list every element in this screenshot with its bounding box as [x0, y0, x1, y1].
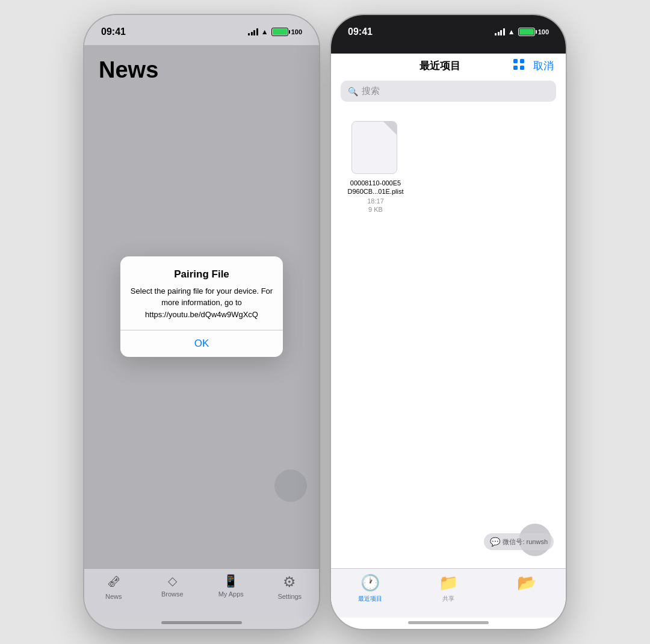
share-tab-icon: 📁	[439, 574, 458, 592]
grid-icon[interactable]	[513, 58, 525, 73]
recent-tab-icon: 🕐	[361, 574, 380, 592]
right-tab-browse[interactable]: 📂	[488, 574, 566, 595]
battery-label: 100	[291, 28, 302, 36]
file-icon-shape	[351, 121, 397, 174]
watermark: 💬 微信号: runwsh	[484, 533, 554, 550]
tab-news[interactable]: 🗞 News	[84, 574, 143, 600]
tab-settings[interactable]: ⚙ Settings	[261, 574, 320, 600]
signal-icon	[248, 28, 258, 36]
left-status-icons: ▲ 100	[248, 28, 302, 36]
share-tab-label: 共享	[442, 595, 454, 603]
settings-tab-icon: ⚙	[283, 574, 296, 590]
browse-tab-icon: ◇	[168, 574, 177, 588]
file-icon-container	[351, 121, 400, 175]
right-battery-icon	[518, 28, 535, 36]
left-time: 09:41	[101, 26, 126, 37]
file-list: 00008110-000E5D960CB...01E.plist 18:17 9…	[331, 111, 566, 223]
right-nav: 最近项目 取消	[331, 54, 566, 81]
search-icon: 🔍	[348, 87, 358, 96]
right-tab-recent[interactable]: 🕐 最近项目	[331, 574, 409, 603]
search-placeholder: 搜索	[362, 85, 380, 97]
right-tab-share[interactable]: 📁 共享	[409, 574, 488, 603]
svg-rect-3	[520, 66, 524, 70]
right-status-icons: ▲ 100	[495, 28, 549, 36]
dialog-box: Pairing File Select the pairing file for…	[120, 256, 283, 358]
my-apps-tab-label: My Apps	[218, 590, 244, 598]
left-content-area: News Pairing File Select the pairing fil…	[84, 45, 319, 568]
tab-browse[interactable]: ◇ Browse	[143, 574, 202, 598]
file-corner	[383, 122, 397, 135]
search-bar[interactable]: 🔍 搜索	[341, 81, 556, 102]
cancel-button[interactable]: 取消	[533, 59, 554, 73]
dialog-message: Select the pairing file for your device.…	[130, 285, 273, 321]
right-signal-icon	[495, 28, 505, 36]
news-tab-icon: 🗞	[107, 574, 121, 590]
right-home-indicator	[408, 621, 489, 624]
right-time: 09:41	[348, 26, 373, 37]
svg-rect-2	[513, 66, 518, 70]
wechat-icon: 💬	[490, 537, 500, 546]
file-size: 9 KB	[368, 206, 383, 213]
file-time: 18:17	[367, 197, 384, 205]
tab-my-apps[interactable]: 📱 My Apps	[202, 574, 261, 598]
svg-rect-1	[520, 59, 524, 63]
right-status-bar: 09:41 ▲ 100	[331, 15, 566, 45]
left-status-bar: 09:41 ▲ 100	[84, 15, 319, 45]
left-phone: 09:41 ▲ 100 News	[84, 15, 319, 629]
right-tab-bar: 🕐 最近项目 📁 共享 📂	[331, 568, 566, 618]
wifi-icon: ▲	[261, 28, 268, 36]
settings-tab-label: Settings	[277, 593, 302, 600]
file-name: 00008110-000E5D960CB...01E.plist	[348, 179, 404, 196]
watermark-text: 微信号: runwsh	[503, 537, 548, 546]
dialog-ok-button[interactable]: OK	[130, 330, 273, 357]
left-home-indicator	[161, 621, 242, 624]
my-apps-tab-icon: 📱	[223, 574, 238, 588]
browse-tab-label: Browse	[161, 590, 184, 598]
files-area: 00008110-000E5D960CB...01E.plist 18:17 9…	[331, 111, 566, 568]
right-battery-label: 100	[538, 28, 549, 36]
browse-icon: 📂	[517, 574, 536, 592]
right-phone: 09:41 ▲ 100 最近项	[331, 15, 566, 629]
news-tab-label: News	[105, 593, 122, 600]
right-wifi-icon: ▲	[508, 28, 515, 36]
floating-button[interactable]	[274, 469, 307, 502]
battery-icon	[271, 28, 288, 36]
svg-rect-0	[513, 59, 518, 63]
nav-title: 最近项目	[419, 59, 460, 73]
nav-actions: 取消	[513, 58, 554, 73]
dialog-title: Pairing File	[130, 268, 273, 280]
file-item[interactable]: 00008110-000E5D960CB...01E.plist 18:17 9…	[345, 121, 406, 213]
left-tab-bar: 🗞 News ◇ Browse 📱 My Apps ⚙ Settings	[84, 568, 319, 618]
dark-extend	[331, 45, 566, 54]
recent-tab-label: 最近项目	[358, 595, 382, 603]
